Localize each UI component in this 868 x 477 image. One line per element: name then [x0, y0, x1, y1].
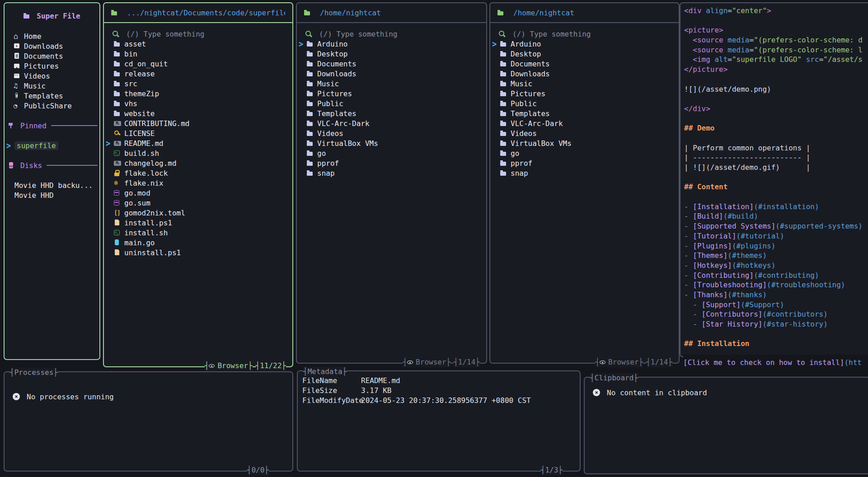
- file-row[interactable]: >go: [490, 148, 679, 158]
- sidebar-item-downloads[interactable]: Downloads: [5, 41, 99, 51]
- sidebar-item-videos[interactable]: Videos: [5, 71, 99, 81]
- panel-path: /home/nightcat: [320, 9, 381, 17]
- file-row[interactable]: >uninstall.ps1: [104, 248, 292, 257]
- file-row[interactable]: >Desktop: [490, 49, 679, 59]
- panel-path: .../nightcat/Documents/code/superfile: [127, 9, 285, 17]
- search-placeholder: (/) Type something: [126, 30, 204, 38]
- file-row[interactable]: >snap: [490, 168, 679, 178]
- file-row[interactable]: >Downloads: [297, 69, 486, 79]
- file-row[interactable]: >Videos: [297, 128, 486, 138]
- file-row[interactable]: >VLC-Arc-Dark: [297, 118, 486, 128]
- file-row[interactable]: >themeZip: [104, 89, 292, 98]
- file-row[interactable]: >Documents: [297, 59, 486, 69]
- file-row[interactable]: >src: [104, 79, 292, 89]
- file-row[interactable]: >release: [104, 69, 292, 79]
- file-row[interactable]: >go.mod: [104, 188, 292, 198]
- pkg-file-icon: [114, 188, 122, 198]
- sidebar-item-templates[interactable]: Templates: [5, 91, 99, 101]
- disks-label: Disks: [20, 161, 42, 170]
- file-row[interactable]: >Arduino: [490, 39, 679, 49]
- file-row[interactable]: >main.go: [104, 238, 292, 248]
- file-row[interactable]: >cd_on_quit: [104, 59, 292, 69]
- pinned-label: Pinned: [20, 122, 47, 130]
- file-row[interactable]: >Pictures: [297, 89, 486, 98]
- file-row[interactable]: >Public: [490, 98, 679, 108]
- file-row[interactable]: >pprof: [490, 158, 679, 168]
- search-input[interactable]: (/) Type something: [107, 29, 290, 39]
- search-input[interactable]: (/) Type something: [300, 29, 483, 39]
- file-row[interactable]: >build.sh: [104, 148, 292, 158]
- file-row[interactable]: >asset: [104, 39, 292, 49]
- file-row[interactable]: >bin: [104, 49, 292, 59]
- file-row[interactable]: >[]gomod2nix.toml: [104, 208, 292, 218]
- templates-icon: [14, 91, 22, 101]
- home-icon: ⌂: [14, 31, 22, 41]
- cursor-arrow-icon: >: [106, 138, 114, 149]
- disk-item[interactable]: Movie HHD: [5, 190, 99, 200]
- file-row[interactable]: >❄flake.nix: [104, 178, 292, 188]
- file-row[interactable]: >Arduino: [297, 39, 486, 49]
- file-row[interactable]: >Documents: [490, 59, 679, 69]
- file-row[interactable]: >CONTRIBUTING.md: [104, 118, 292, 128]
- metadata-row: FileSize3.17 KB: [302, 385, 580, 395]
- file-row[interactable]: >changelog.md: [104, 158, 292, 168]
- file-row[interactable]: >Templates: [297, 108, 486, 118]
- file-row[interactable]: >install.ps1: [104, 218, 292, 228]
- file-row[interactable]: >Music: [297, 79, 486, 89]
- folder-icon: [307, 98, 315, 108]
- file-row[interactable]: >snap: [297, 168, 486, 178]
- sidebar-item-label: Pictures: [24, 62, 59, 70]
- metadata-title: Metadata: [303, 367, 347, 377]
- file-row[interactable]: >website: [104, 108, 292, 118]
- file-name: pprof: [317, 159, 339, 168]
- file-row[interactable]: >LICENSE: [104, 128, 292, 138]
- metadata-value: README.md: [361, 376, 400, 385]
- sidebar-item-home[interactable]: ⌂Home: [5, 31, 99, 41]
- file-name: Downloads: [511, 70, 550, 78]
- file-row[interactable]: >go: [297, 148, 486, 158]
- markdown-line: - [Themes](#themes): [684, 251, 868, 261]
- search-input[interactable]: (/) Type something: [493, 29, 676, 39]
- term-file-icon: [114, 228, 122, 238]
- folder-icon: [307, 158, 315, 168]
- file-row[interactable]: >Public: [297, 98, 486, 108]
- markdown-line: </div>: [684, 104, 868, 114]
- file-row[interactable]: >README.md: [104, 138, 292, 148]
- downloads-icon: [14, 41, 22, 51]
- disk-item[interactable]: Movie HHD backu...: [5, 180, 99, 190]
- folder-icon: [500, 89, 508, 98]
- sidebar-item-pictures[interactable]: Pictures: [5, 61, 99, 71]
- markdown-line: <picture>: [684, 26, 868, 36]
- file-row[interactable]: >go.sum: [104, 198, 292, 208]
- key-file-icon: [114, 128, 122, 138]
- file-row[interactable]: >Music: [490, 79, 679, 89]
- pinned-item-superfile[interactable]: >superfile: [5, 140, 99, 150]
- folder-icon: [114, 108, 122, 118]
- file-row[interactable]: >Downloads: [490, 69, 679, 79]
- file-row[interactable]: >VLC-Arc-Dark: [490, 118, 679, 128]
- file-row[interactable]: >VirtualBox VMs: [297, 138, 486, 148]
- folder-icon: [307, 39, 315, 49]
- file-name: install.ps1: [124, 219, 172, 227]
- file-row[interactable]: >VirtualBox VMs: [490, 138, 679, 148]
- file-row[interactable]: >vhs: [104, 98, 292, 108]
- markdown-line: </picture>: [684, 65, 868, 75]
- music-icon: ♫: [14, 81, 22, 91]
- file-name: build.sh: [124, 149, 159, 158]
- file-row[interactable]: >Desktop: [297, 49, 486, 59]
- file-row[interactable]: >Templates: [490, 108, 679, 118]
- file-name: Documents: [317, 60, 357, 68]
- sidebar-item-documents[interactable]: Documents: [5, 51, 99, 61]
- file-row[interactable]: >pprof: [297, 158, 486, 168]
- file-row[interactable]: >flake.lock: [104, 168, 292, 178]
- clipboard-empty-text: No content in clipboard: [607, 388, 707, 397]
- folder-icon: [304, 8, 312, 18]
- file-row[interactable]: >install.sh: [104, 228, 292, 238]
- file-row[interactable]: >Pictures: [490, 89, 679, 98]
- file-row[interactable]: >Videos: [490, 128, 679, 138]
- sidebar-item-publicshare[interactable]: ◔PublicShare: [5, 101, 99, 111]
- sidebar-item-music[interactable]: ♫Music: [5, 81, 99, 91]
- panel-header: .../nightcat/Documents/code/superfile: [104, 3, 292, 23]
- file-name: release: [124, 70, 155, 78]
- metadata-row: FileModifyDate2024-05-23 20:37:30.258956…: [302, 395, 580, 405]
